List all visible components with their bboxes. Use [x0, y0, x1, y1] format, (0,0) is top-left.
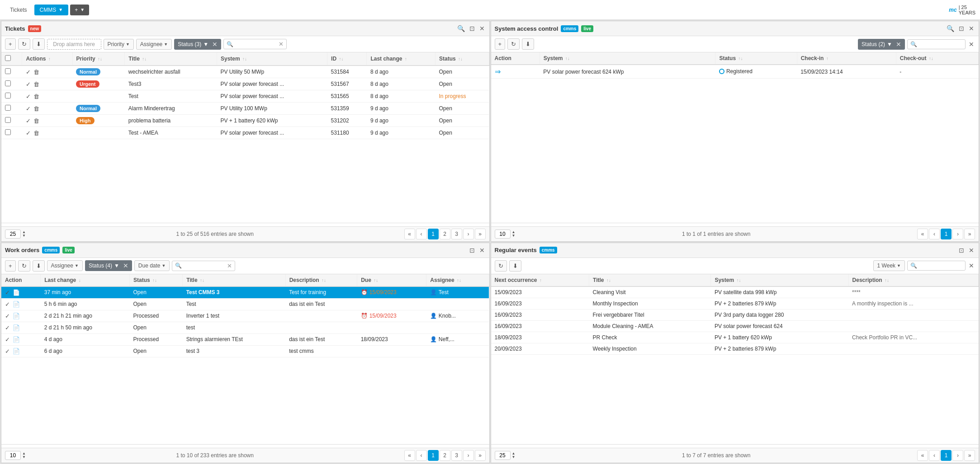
- regular-events-table-row[interactable]: 18/09/2023 PR Check PV + 1 battery 620 k…: [491, 332, 979, 343]
- sa-page-first[interactable]: «: [917, 229, 928, 239]
- system-access-search-icon[interactable]: 🔍: [946, 24, 955, 33]
- tickets-page-first[interactable]: «: [404, 229, 415, 239]
- work-orders-download-button[interactable]: ⬇: [33, 260, 45, 272]
- tickets-row-check-4[interactable]: ✓: [26, 117, 31, 124]
- regular-events-close-icon[interactable]: ✕: [968, 246, 975, 255]
- system-access-add-button[interactable]: +: [495, 38, 506, 50]
- sa-page-1[interactable]: 1: [941, 229, 952, 239]
- tickets-row-checkbox-4[interactable]: [5, 117, 11, 123]
- work-orders-per-page-input[interactable]: [5, 451, 21, 460]
- system-access-expand-icon[interactable]: ⊡: [958, 24, 965, 33]
- wo-doc-1[interactable]: 📄: [13, 301, 20, 308]
- add-button[interactable]: + ▼: [70, 5, 89, 15]
- tickets-search-input[interactable]: [233, 41, 279, 47]
- regular-events-table-row[interactable]: 16/09/2023 Module Cleaning - AMEA PV sol…: [491, 320, 979, 332]
- tickets-row-checkbox-5[interactable]: [5, 129, 11, 135]
- tickets-row-delete-1[interactable]: 🗑: [33, 81, 39, 88]
- tickets-row-delete-5[interactable]: 🗑: [33, 130, 39, 136]
- regular-events-horizontal-scroll[interactable]: [491, 444, 979, 448]
- tickets-table-row[interactable]: ✓ 🗑 Normal wechselrichter ausfall PV Uti…: [1, 66, 489, 78]
- system-access-status-clear[interactable]: ✕: [896, 41, 901, 48]
- wo-page-first[interactable]: «: [404, 450, 415, 461]
- work-orders-horizontal-scroll[interactable]: [1, 444, 489, 448]
- system-access-download-button[interactable]: ⬇: [522, 38, 534, 50]
- sa-page-prev[interactable]: ‹: [929, 229, 940, 239]
- wo-doc-5[interactable]: 📄: [13, 348, 20, 355]
- wo-page-2[interactable]: 2: [440, 450, 450, 461]
- system-access-table-row[interactable]: ⇒ PV solar power forecast 624 kWp Regist…: [491, 65, 979, 79]
- system-access-refresh-button[interactable]: ↻: [507, 38, 520, 50]
- work-orders-search-clear[interactable]: ✕: [227, 262, 232, 269]
- tickets-table-row[interactable]: ✓ 🗑 Normal Alarm Minderertrag PV Utility…: [1, 103, 489, 115]
- tickets-row-delete-2[interactable]: 🗑: [33, 93, 39, 100]
- wo-doc-2[interactable]: 📄: [13, 313, 20, 319]
- regular-events-download-button[interactable]: ⬇: [509, 260, 521, 272]
- system-access-per-page-input[interactable]: [495, 230, 511, 239]
- tickets-row-delete-0[interactable]: 🗑: [33, 69, 39, 75]
- wo-check-2[interactable]: ✓: [5, 313, 10, 319]
- work-orders-table-row[interactable]: ✓ 📄 5 h 6 min ago Open Test das ist ein …: [1, 298, 489, 310]
- tickets-page-2[interactable]: 2: [440, 229, 450, 239]
- wo-page-next[interactable]: ›: [463, 450, 474, 461]
- tickets-per-page-input[interactable]: [5, 230, 21, 239]
- work-orders-table-row[interactable]: ✓ 📄 4 d ago Processed Strings alarmieren…: [1, 333, 489, 345]
- re-page-last[interactable]: »: [964, 450, 975, 461]
- tickets-refresh-button[interactable]: ↻: [18, 38, 30, 50]
- wo-page-3[interactable]: 3: [451, 450, 462, 461]
- regular-events-table-row[interactable]: 15/09/2023 Cleaning Visit PV satellite d…: [491, 286, 979, 298]
- tickets-search-clear[interactable]: ✕: [279, 41, 284, 47]
- work-orders-close-icon[interactable]: ✕: [478, 246, 486, 255]
- tickets-expand-icon[interactable]: ⊡: [469, 24, 476, 33]
- work-orders-add-button[interactable]: +: [5, 260, 16, 272]
- tickets-page-prev[interactable]: ‹: [416, 229, 427, 239]
- wo-check-5[interactable]: ✓: [5, 348, 10, 355]
- tickets-assignee-filter[interactable]: Assignee ▼: [136, 39, 172, 50]
- regular-events-week-filter[interactable]: 1 Week ▼: [873, 260, 905, 271]
- re-page-1[interactable]: 1: [941, 450, 952, 461]
- tickets-row-checkbox-1[interactable]: [5, 80, 11, 86]
- wo-page-last[interactable]: »: [475, 450, 486, 461]
- tickets-horizontal-scroll[interactable]: [1, 223, 489, 226]
- tickets-add-button[interactable]: +: [5, 38, 16, 50]
- work-orders-expand-icon[interactable]: ⊡: [469, 246, 476, 255]
- tickets-row-check-1[interactable]: ✓: [26, 81, 31, 88]
- regular-events-table-row[interactable]: 16/09/2023 Monthly Inspection PV + 2 bat…: [491, 298, 979, 309]
- tickets-row-checkbox-0[interactable]: [5, 68, 11, 74]
- tickets-status-filter-clear[interactable]: ✕: [212, 41, 218, 48]
- tickets-search-icon[interactable]: 🔍: [456, 24, 466, 33]
- wo-per-page-down[interactable]: ▼: [22, 455, 26, 459]
- re-page-first[interactable]: «: [917, 450, 928, 461]
- regular-events-expand-icon[interactable]: ⊡: [958, 246, 965, 255]
- tickets-table-row[interactable]: ✓ 🗑 Urgent Test3 PV solar power forecast…: [1, 78, 489, 90]
- work-orders-status-filter[interactable]: Status (4) ▼ ✕: [85, 260, 132, 271]
- regular-events-close-btn[interactable]: ✕: [968, 261, 975, 270]
- tickets-row-check-2[interactable]: ✓: [26, 93, 31, 100]
- re-page-next[interactable]: ›: [952, 450, 963, 461]
- regular-events-table-row[interactable]: 16/09/2023 Frei vergebbarer Titel PV 3rd…: [491, 309, 979, 320]
- work-orders-refresh-button[interactable]: ↻: [18, 260, 30, 272]
- wo-page-prev[interactable]: ‹: [416, 450, 427, 461]
- wo-check-4[interactable]: ✓: [5, 336, 10, 343]
- system-access-search-input[interactable]: [917, 41, 962, 47]
- work-orders-table-row[interactable]: ✓ 📄 2 d 21 h 21 min ago Processed Invert…: [1, 310, 489, 322]
- tickets-page-last[interactable]: »: [475, 229, 486, 239]
- system-access-close-icon[interactable]: ✕: [968, 24, 975, 33]
- sa-page-last[interactable]: »: [964, 229, 975, 239]
- wo-check-3[interactable]: ✓: [5, 324, 10, 331]
- system-access-status-filter[interactable]: Status (2) ▼ ✕: [858, 39, 905, 50]
- tickets-table-row[interactable]: ✓ 🗑 High problema batteria PV + 1 batter…: [1, 115, 489, 127]
- wo-check-0[interactable]: ✓: [5, 289, 10, 296]
- regular-events-table-row[interactable]: 20/09/2023 Weekly Inspection PV + 2 batt…: [491, 343, 979, 354]
- re-per-page-down[interactable]: ▼: [512, 455, 516, 459]
- wo-page-1[interactable]: 1: [428, 450, 439, 461]
- system-access-close-filter[interactable]: ✕: [968, 40, 975, 49]
- tickets-row-check-0[interactable]: ✓: [26, 69, 31, 75]
- tickets-page-3[interactable]: 3: [451, 229, 462, 239]
- re-page-prev[interactable]: ‹: [929, 450, 940, 461]
- wo-doc-3[interactable]: 📄: [13, 324, 20, 331]
- work-orders-search-input[interactable]: [182, 262, 227, 269]
- regular-events-search-input[interactable]: [917, 262, 962, 269]
- tickets-row-delete-4[interactable]: 🗑: [33, 117, 39, 124]
- regular-events-refresh-button[interactable]: ↻: [495, 260, 507, 272]
- tickets-download-button[interactable]: ⬇: [33, 38, 45, 50]
